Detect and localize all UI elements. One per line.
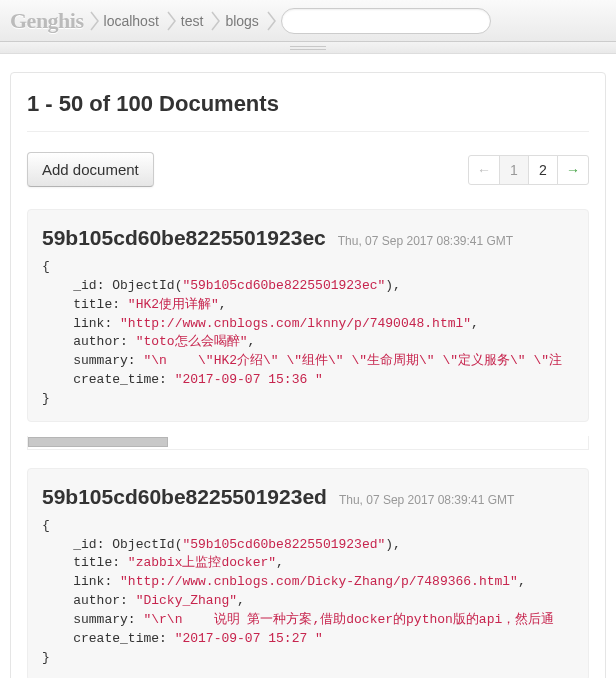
document-json: { _id: ObjectId("59b105cd60be8225501923e…	[42, 258, 574, 409]
content-panel: 1 - 50 of 100 Documents Add document ← 1…	[10, 72, 606, 678]
horizontal-scrollbar[interactable]	[27, 436, 589, 450]
pager-next-button[interactable]: →	[557, 155, 589, 185]
chevron-right-icon	[267, 9, 277, 33]
document-body: { _id: ObjectId("59b105cd60be8225501923e…	[42, 517, 574, 668]
pager: ← 1 2 →	[469, 155, 589, 185]
breadcrumb-item[interactable]: test	[177, 13, 212, 29]
document-id[interactable]: 59b105cd60be8225501923ec	[42, 226, 326, 250]
breadcrumb-item[interactable]: blogs	[221, 13, 266, 29]
document-card: 59b105cd60be8225501923ed Thu, 07 Sep 201…	[27, 468, 589, 678]
chevron-right-icon	[90, 9, 100, 33]
page-title: 1 - 50 of 100 Documents	[27, 91, 589, 132]
toolbar: Add document ← 1 2 →	[27, 152, 589, 187]
breadcrumb-item[interactable]: localhost	[100, 13, 167, 29]
document-json: { _id: ObjectId("59b105cd60be8225501923e…	[42, 517, 574, 668]
brand-logo[interactable]: Genghis	[8, 8, 90, 34]
pager-prev-button[interactable]: ←	[468, 155, 500, 185]
pager-page-button[interactable]: 1	[499, 155, 529, 185]
document-card: 59b105cd60be8225501923ec Thu, 07 Sep 201…	[27, 209, 589, 422]
document-id[interactable]: 59b105cd60be8225501923ed	[42, 485, 327, 509]
chevron-right-icon	[167, 9, 177, 33]
pager-page-button[interactable]: 2	[528, 155, 558, 185]
resize-grip[interactable]	[0, 42, 616, 54]
breadcrumb: localhost test blogs	[90, 9, 277, 33]
document-body: { _id: ObjectId("59b105cd60be8225501923e…	[42, 258, 574, 409]
search-input[interactable]	[281, 8, 491, 34]
scrollbar-thumb[interactable]	[28, 437, 168, 447]
navbar: Genghis localhost test blogs	[0, 0, 616, 42]
chevron-right-icon	[211, 9, 221, 33]
search	[281, 8, 491, 34]
document-date: Thu, 07 Sep 2017 08:39:41 GMT	[338, 234, 513, 248]
add-document-button[interactable]: Add document	[27, 152, 154, 187]
document-date: Thu, 07 Sep 2017 08:39:41 GMT	[339, 493, 514, 507]
